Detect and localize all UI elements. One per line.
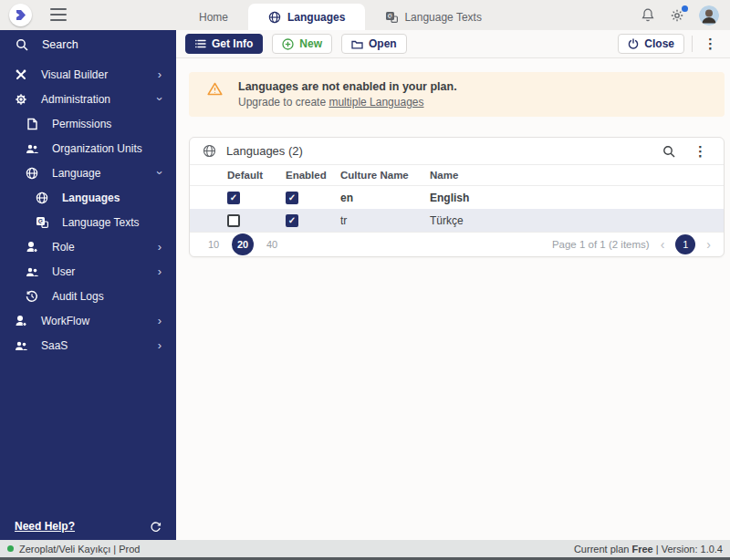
globe-icon xyxy=(35,192,49,204)
column-enabled: Enabled xyxy=(286,170,340,181)
refresh-icon[interactable] xyxy=(150,521,162,533)
culture-name-cell: tr xyxy=(340,214,430,227)
app-logo[interactable] xyxy=(9,4,32,26)
close-label: Close xyxy=(644,37,674,50)
sidebar-item-label: Permissions xyxy=(52,118,111,130)
header-actions xyxy=(641,0,719,30)
bell-icon[interactable] xyxy=(641,7,655,23)
column-default: Default xyxy=(227,170,286,181)
card-kebab-menu-icon[interactable]: ⋮ xyxy=(690,143,711,160)
chevron-down-icon: › xyxy=(153,171,165,174)
gear-icon[interactable] xyxy=(670,8,684,23)
sidebar-item-visual-builder[interactable]: Visual Builder › xyxy=(0,62,176,87)
sidebar-item-permissions[interactable]: Permissions xyxy=(0,111,176,136)
sidebar-item-user[interactable]: User › xyxy=(0,259,176,284)
banner-title: Languages are not enabled in your plan. xyxy=(238,80,457,93)
open-button[interactable]: Open xyxy=(341,34,407,54)
avatar[interactable] xyxy=(699,5,719,26)
default-checkbox[interactable] xyxy=(227,192,240,204)
main-content: Languages are not enabled in your plan. … xyxy=(176,59,730,540)
page-1-button[interactable]: 1 xyxy=(675,234,695,254)
workflow-icon xyxy=(14,315,28,327)
prev-page-icon[interactable]: ‹ xyxy=(661,237,665,252)
chevron-right-icon: › xyxy=(158,241,162,253)
chevron-right-icon: › xyxy=(158,339,162,351)
sidebar-item-audit-logs[interactable]: Audit Logs xyxy=(0,284,176,308)
card-title: Languages (2) xyxy=(226,144,303,158)
sidebar-item-label: SaaS xyxy=(41,339,68,352)
name-cell: Türkçe xyxy=(430,214,724,227)
default-checkbox[interactable] xyxy=(227,214,240,227)
globe-icon xyxy=(268,11,281,24)
name-cell: English xyxy=(430,192,724,204)
page-size-10[interactable]: 10 xyxy=(203,233,224,255)
tab-bar: Home Languages G Language xyxy=(179,4,502,30)
top-header-bar: Home Languages G Language xyxy=(0,0,730,30)
sidebar-item-language[interactable]: Language › xyxy=(0,161,176,185)
globe-icon xyxy=(203,144,216,158)
toolbar-right: Close ⋮ xyxy=(618,34,721,54)
close-button[interactable]: Close xyxy=(618,34,684,54)
table-header: Default Enabled Culture Name Name xyxy=(190,164,724,186)
power-icon xyxy=(628,38,639,49)
table-row[interactable]: en English xyxy=(190,186,724,209)
languages-card: Languages (2) ⋮ Default Enabled Culture … xyxy=(189,137,725,257)
banner-subtitle: Upgrade to create multiple Languages xyxy=(238,96,457,109)
table-row[interactable]: tr Türkçe xyxy=(190,209,724,232)
search-icon[interactable] xyxy=(662,145,675,158)
next-page-icon[interactable]: › xyxy=(706,237,711,252)
version-label: | Version: 1.0.4 xyxy=(653,544,723,555)
tools-icon xyxy=(14,68,28,81)
sidebar-item-workflow[interactable]: WorkFlow › xyxy=(0,308,176,333)
plan-warning-banner: Languages are not enabled in your plan. … xyxy=(189,72,725,117)
get-info-label: Get Info xyxy=(212,37,253,50)
tab-language-texts[interactable]: G Language Texts xyxy=(365,4,502,30)
sidebar-item-languages[interactable]: Languages xyxy=(0,185,176,210)
notification-dot xyxy=(682,5,688,12)
sidebar-item-saas[interactable]: SaaS › xyxy=(0,333,176,358)
tab-languages[interactable]: Languages xyxy=(248,4,365,30)
sidebar-item-language-texts[interactable]: G Language Texts xyxy=(0,210,176,234)
people-icon xyxy=(25,143,39,154)
tab-home[interactable]: Home xyxy=(179,4,248,30)
sidebar-item-label: Language xyxy=(52,167,100,180)
page-size-40[interactable]: 40 xyxy=(261,233,283,255)
plus-circle-icon xyxy=(282,38,294,50)
column-culture-name: Culture Name xyxy=(340,170,430,181)
upgrade-link[interactable]: multiple Languages xyxy=(328,96,423,109)
new-button[interactable]: New xyxy=(272,34,332,54)
sidebar-item-label: WorkFlow xyxy=(41,315,89,327)
sidebar-footer: Need Help? xyxy=(0,520,176,533)
kebab-menu-icon[interactable]: ⋮ xyxy=(700,36,721,52)
chevron-right-icon: › xyxy=(158,315,162,327)
sidebar-item-label: User xyxy=(52,265,75,278)
menu-toggle-button[interactable] xyxy=(50,8,67,21)
page-size-20[interactable]: 20 xyxy=(232,233,254,255)
role-icon xyxy=(25,241,39,253)
warning-icon xyxy=(207,82,223,109)
plan-prefix: Current plan xyxy=(574,544,632,555)
sidebar-item-role[interactable]: Role › xyxy=(0,234,176,259)
card-header-actions: ⋮ xyxy=(662,143,711,160)
sidebar-item-organization-units[interactable]: Organization Units xyxy=(0,136,176,161)
culture-name-cell: en xyxy=(340,192,430,204)
enabled-checkbox[interactable] xyxy=(286,214,298,227)
sidebar-item-label: Language Texts xyxy=(62,216,140,229)
get-info-button[interactable]: Get Info xyxy=(185,34,263,54)
people-icon xyxy=(25,266,39,277)
chevron-right-icon: › xyxy=(158,265,162,277)
sidebar-item-label: Role xyxy=(52,241,75,254)
need-help-link[interactable]: Need Help? xyxy=(15,520,75,533)
sidebar-search[interactable]: Search xyxy=(0,30,176,58)
tenant-user-label: Zeroplat/Veli Kayıkçı | Prod xyxy=(19,544,140,555)
people-icon xyxy=(14,340,28,351)
action-toolbar: Get Info New Open xyxy=(176,30,730,58)
toolbar-divider xyxy=(692,36,693,52)
plan-name: Free xyxy=(632,544,653,555)
tab-label: Languages xyxy=(287,11,345,24)
column-name: Name xyxy=(430,170,724,181)
plan-version-label: Current plan Free | Version: 1.0.4 xyxy=(574,544,723,555)
enabled-checkbox[interactable] xyxy=(286,192,298,204)
sidebar-item-administration[interactable]: Administration › xyxy=(0,87,176,111)
banner-body-prefix: Upgrade to create xyxy=(238,96,328,109)
